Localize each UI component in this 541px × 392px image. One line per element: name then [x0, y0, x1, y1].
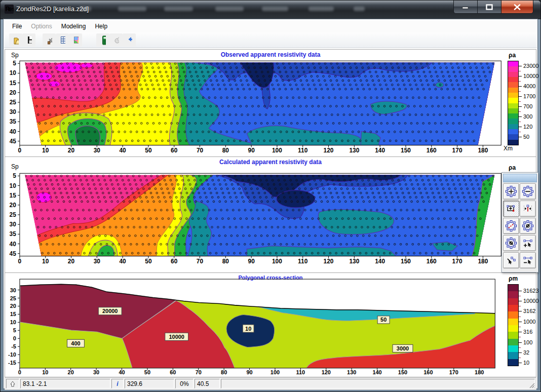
svg-text:-15: -15 [8, 360, 16, 366]
svg-text:30: 30 [94, 258, 101, 265]
observed-pseudosection-panel: Observed apparent resistivity data Sp Xm [5, 49, 536, 157]
svg-text:130: 130 [347, 369, 356, 375]
svg-text:5: 5 [13, 60, 16, 67]
colorbar-gradient [508, 284, 519, 366]
svg-text:35: 35 [10, 230, 17, 238]
colorbar-gradient [508, 61, 519, 145]
svg-text:160: 160 [427, 258, 437, 265]
maximize-icon [486, 4, 493, 10]
inversion-button-disabled [109, 33, 123, 47]
split-polygon-button[interactable] [503, 218, 519, 234]
resize-polygon-button[interactable] [503, 235, 519, 251]
minimize-button[interactable] [453, 1, 478, 14]
status-value: 329.6 [125, 379, 174, 388]
svg-text:5: 5 [13, 327, 16, 333]
model-cross-section-panel: Polygonal cross-section 20000 400 10000 [5, 272, 536, 377]
svg-text:0: 0 [18, 369, 21, 375]
tools-icon [46, 34, 52, 46]
svg-text:40: 40 [10, 240, 17, 247]
model-section-button[interactable] [69, 33, 82, 47]
open-file-button[interactable] [9, 33, 22, 47]
progress-value: 0% [175, 379, 194, 388]
svg-text:30: 30 [10, 287, 16, 293]
svg-text:80: 80 [221, 369, 227, 375]
menu-modeling[interactable]: Modeling [57, 21, 90, 31]
y-axis: 51015202530354045 [10, 60, 20, 145]
label-10: 10 [245, 326, 251, 332]
remove-vertex-icon [522, 254, 534, 266]
svg-text:100: 100 [270, 369, 280, 375]
save-file-button[interactable] [22, 33, 35, 47]
svg-text:170: 170 [452, 147, 462, 154]
model-plot[interactable]: 20000 400 10000 10 50 3000 0102030405060… [5, 273, 536, 377]
svg-text:90: 90 [248, 258, 255, 265]
section-map-icon [72, 34, 79, 46]
disabled-rings-icon [113, 34, 119, 46]
move-polygon-button[interactable] [520, 218, 536, 234]
delete-polygon-button[interactable] [520, 183, 536, 200]
calculator-button[interactable] [96, 33, 109, 47]
svg-text:110: 110 [298, 147, 308, 154]
background-artifact [164, 7, 193, 11]
window-controls [453, 1, 533, 13]
svg-text:60: 60 [170, 369, 176, 375]
svg-text:30: 30 [10, 108, 17, 115]
calculated-plot[interactable]: 0102030405060708090100110120130140150160… [5, 157, 536, 272]
svg-text:30: 30 [93, 369, 99, 375]
label-50: 50 [380, 317, 387, 323]
svg-text:80: 80 [222, 147, 229, 154]
svg-text:50: 50 [144, 369, 150, 375]
svg-text:-5: -5 [11, 343, 16, 349]
svg-text:120: 120 [324, 258, 334, 265]
svg-text:20: 20 [68, 258, 75, 265]
svg-text:90: 90 [246, 369, 252, 375]
add-vertex-button[interactable] [520, 235, 536, 251]
svg-text:130: 130 [349, 258, 359, 265]
svg-text:100: 100 [272, 147, 282, 154]
svg-text:100: 100 [272, 258, 282, 265]
background-artifact [118, 7, 146, 11]
title-bar[interactable]: R es ZondRes2D [karelia.z2d] [1, 1, 540, 19]
svg-text:0: 0 [18, 147, 22, 154]
svg-text:20: 20 [10, 202, 17, 209]
close-button[interactable] [501, 1, 533, 14]
table-icon [59, 34, 65, 46]
move-vertex-button[interactable] [520, 201, 536, 217]
menu-file[interactable]: File [8, 21, 26, 31]
menu-help[interactable]: Help [91, 21, 111, 31]
svg-text:70: 70 [196, 369, 202, 375]
svg-text:25: 25 [10, 99, 17, 106]
calculator-icon [100, 34, 106, 46]
settings-button[interactable] [43, 33, 56, 47]
drag-node-button[interactable] [503, 252, 519, 268]
svg-text:30: 30 [94, 147, 101, 154]
resize-grip[interactable] [529, 382, 535, 389]
svg-text:40: 40 [119, 258, 126, 265]
svg-text:160: 160 [423, 369, 433, 375]
insert-polygon-button[interactable] [503, 201, 519, 217]
palette-title-bar[interactable] [503, 174, 537, 182]
status-empty-cell [221, 379, 535, 388]
add-polygon-button[interactable] [503, 183, 519, 200]
undo-button[interactable] [123, 33, 136, 47]
colorbar-label: ρa [509, 52, 516, 59]
window-title: ZondRes2D [karelia.z2d] [16, 5, 89, 13]
svg-text:10: 10 [42, 258, 49, 265]
model-colorbar: ρm 3162310000316210003161003210 [508, 284, 538, 365]
svg-text:es: es [9, 6, 14, 13]
svg-text:20: 20 [68, 369, 74, 375]
data-table-button[interactable] [56, 33, 69, 47]
x-axis: 0102030405060708090100110120130140150160… [18, 145, 488, 154]
svg-text:15: 15 [10, 80, 17, 87]
colorbar-label: ρm [509, 275, 518, 282]
maximize-button[interactable] [478, 1, 501, 14]
remove-vertex-button[interactable] [520, 252, 536, 268]
svg-text:140: 140 [375, 258, 385, 265]
minimize-icon [462, 5, 469, 10]
svg-text:50: 50 [145, 258, 152, 265]
observed-plot[interactable]: 0102030405060708090100110120130140150160… [5, 50, 536, 156]
label-400: 400 [71, 340, 80, 346]
background-artifact [308, 7, 334, 11]
svg-text:150: 150 [398, 369, 407, 375]
svg-text:80: 80 [222, 258, 229, 265]
